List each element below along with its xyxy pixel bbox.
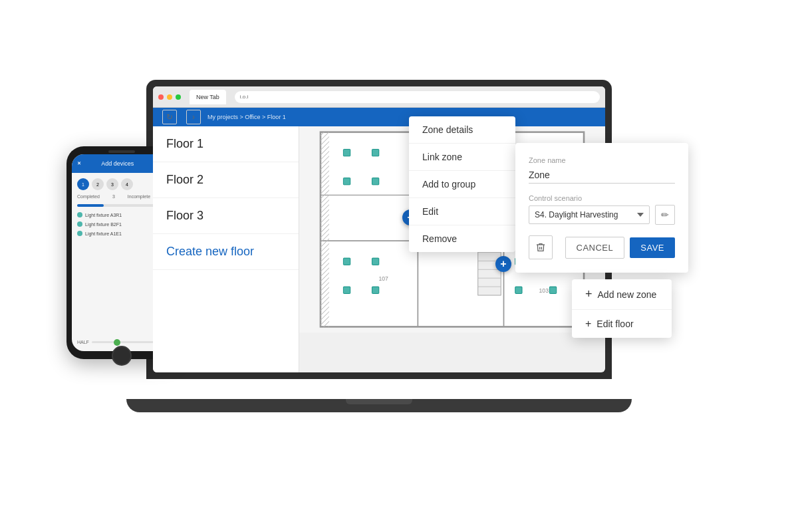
phone-stat-completed-label: Completed bbox=[77, 194, 100, 199]
svg-rect-7 bbox=[321, 132, 329, 327]
floor-1-item[interactable]: Floor 1 bbox=[153, 126, 299, 162]
phone-tab-3[interactable]: 3 bbox=[106, 178, 118, 190]
phone-tab-1[interactable]: 1 bbox=[77, 178, 89, 190]
svg-rect-31 bbox=[343, 258, 350, 265]
forward-icon[interactable]: › bbox=[186, 110, 201, 124]
delete-zone-button[interactable] bbox=[529, 235, 553, 259]
svg-rect-38 bbox=[515, 287, 522, 293]
edit-scenario-button[interactable]: ✏ bbox=[655, 205, 675, 225]
floors-panel: Floor 1 Floor 2 Floor 3 Create new floor bbox=[153, 126, 299, 372]
edit-floor-label: Edit floor bbox=[597, 319, 633, 329]
context-menu-edit[interactable]: Edit bbox=[409, 198, 515, 225]
breadcrumb: My projects > Office > Floor 1 bbox=[207, 114, 286, 120]
svg-rect-32 bbox=[372, 258, 378, 265]
laptop-base bbox=[126, 399, 632, 412]
device-icon bbox=[77, 221, 82, 227]
refresh-icon[interactable]: ↻ bbox=[162, 110, 177, 124]
phone-tab-2[interactable]: 2 bbox=[92, 178, 104, 190]
svg-rect-39 bbox=[549, 287, 556, 293]
svg-rect-25 bbox=[372, 178, 378, 185]
add-new-zone-item[interactable]: + Add new zone bbox=[572, 279, 672, 310]
phone-close-icon: ✕ bbox=[77, 161, 81, 166]
phone-tab-4[interactable]: 4 bbox=[121, 178, 133, 190]
app-toolbar: ↻ › My projects > Office > Floor 1 bbox=[153, 108, 605, 126]
cancel-button[interactable]: CANCEL bbox=[565, 237, 625, 259]
phone-speaker bbox=[108, 150, 135, 153]
add-zone-button-2[interactable]: + bbox=[495, 256, 511, 272]
phone-stat-incomplete-label: Incomplete bbox=[128, 194, 150, 199]
svg-rect-18 bbox=[372, 149, 378, 156]
browser-dot-minimize[interactable] bbox=[167, 94, 172, 100]
browser-dot-close[interactable] bbox=[158, 94, 164, 100]
svg-text:103: 103 bbox=[539, 287, 549, 294]
zone-context-menu: Zone details Link zone Add to group Edit… bbox=[409, 116, 515, 252]
svg-rect-33 bbox=[343, 287, 350, 293]
browser-dot-maximize[interactable] bbox=[176, 94, 181, 100]
floor-2-item[interactable]: Floor 2 bbox=[153, 162, 299, 198]
phone-progress-bar bbox=[77, 204, 104, 207]
control-scenario-row: S4. Daylight Harvesting ✏ bbox=[529, 205, 675, 225]
control-scenario-label: Control scenario bbox=[529, 194, 675, 202]
device-name: Light fixture A1E1 bbox=[85, 231, 122, 236]
svg-rect-34 bbox=[372, 287, 378, 293]
svg-text:107: 107 bbox=[378, 276, 388, 283]
context-menu-link-zone[interactable]: Link zone bbox=[409, 144, 515, 171]
context-menu-add-to-group[interactable]: Add to group bbox=[409, 171, 515, 198]
add-new-zone-label: Add new zone bbox=[598, 289, 657, 300]
phone-slider[interactable] bbox=[92, 341, 155, 343]
browser-address-text: i.o.i bbox=[240, 94, 248, 100]
context-menu-remove[interactable]: Remove bbox=[409, 225, 515, 252]
device-name: Light fixture A3R1 bbox=[85, 213, 122, 217]
device-name: Light fixture B2F1 bbox=[85, 222, 122, 227]
browser-address-bar[interactable]: i.o.i bbox=[235, 91, 600, 103]
control-scenario-select[interactable]: S4. Daylight Harvesting bbox=[529, 205, 650, 224]
floor-mini-menu: + Add new zone + Edit floor bbox=[572, 279, 672, 338]
phone-slider-thumb bbox=[114, 339, 120, 346]
floor-3-item[interactable]: Floor 3 bbox=[153, 198, 299, 234]
save-button[interactable]: SAVE bbox=[630, 237, 675, 258]
phone-title: Add devices bbox=[101, 160, 134, 167]
phone-stat-completed-count: 3 bbox=[112, 194, 115, 199]
edit-floor-item[interactable]: + Edit floor bbox=[572, 310, 672, 338]
browser-tab-label: New Tab bbox=[196, 94, 219, 100]
zone-edit-panel: Zone name Control scenario S4. Daylight … bbox=[515, 143, 688, 273]
create-new-floor-item[interactable]: Create new floor bbox=[153, 234, 299, 270]
phone-slider-min-label: HALF bbox=[77, 340, 89, 344]
zone-panel-actions: CANCEL SAVE bbox=[529, 235, 675, 259]
browser-chrome: New Tab i.o.i bbox=[153, 86, 605, 108]
device-icon bbox=[77, 212, 82, 217]
edit-floor-icon: + bbox=[585, 318, 591, 330]
main-scene: New Tab i.o.i ↻ › My projects > Office >… bbox=[0, 0, 798, 532]
svg-rect-24 bbox=[343, 178, 350, 185]
zone-name-input[interactable] bbox=[529, 167, 675, 184]
browser-tab[interactable]: New Tab bbox=[190, 90, 226, 104]
context-menu-zone-details[interactable]: Zone details bbox=[409, 116, 515, 144]
phone-home-button[interactable] bbox=[112, 346, 132, 366]
zone-name-label: Zone name bbox=[529, 156, 675, 164]
device-icon bbox=[77, 231, 82, 236]
svg-rect-17 bbox=[343, 149, 350, 156]
add-icon: + bbox=[585, 287, 593, 301]
